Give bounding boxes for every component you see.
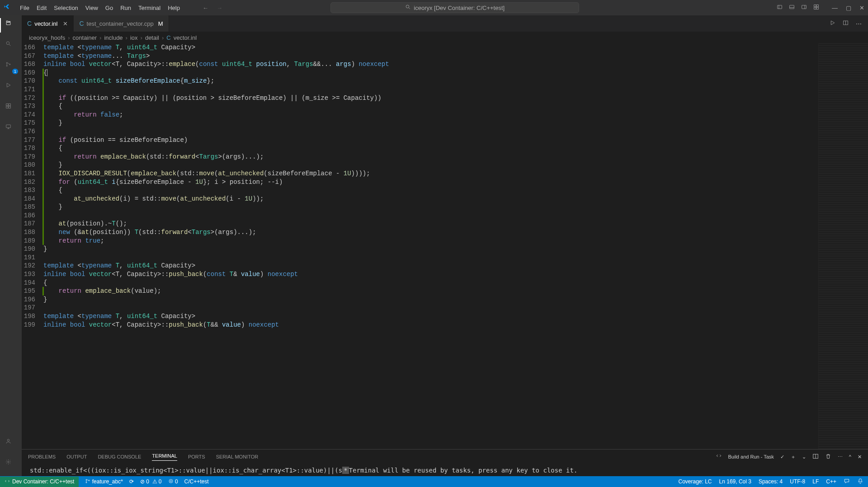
search-icon[interactable] bbox=[5, 41, 16, 52]
breadcrumb-segment[interactable]: detail bbox=[145, 34, 159, 41]
code-content[interactable]: at_unchecked(i) = std::move(at_unchecked… bbox=[43, 195, 818, 203]
panel-more-icon[interactable]: ⋯ bbox=[838, 454, 843, 460]
code-line[interactable]: 176 bbox=[22, 127, 818, 136]
layout-sidebar-right-icon[interactable] bbox=[801, 4, 807, 11]
close-panel-icon[interactable]: ✕ bbox=[858, 454, 862, 460]
code-content[interactable] bbox=[43, 253, 818, 262]
coverage-indicator[interactable]: Coverage: LC bbox=[678, 478, 712, 485]
sync-indicator[interactable]: ⟳ bbox=[129, 478, 134, 485]
panel-tab-output[interactable]: OUTPUT bbox=[66, 454, 87, 459]
remote-indicator[interactable]: Dev Container: C/C++test bbox=[0, 477, 79, 487]
code-line[interactable]: 190} bbox=[22, 245, 818, 253]
task-label[interactable]: Build and Run - Task bbox=[728, 454, 774, 459]
breadcrumbs[interactable]: iceoryx_hoofs›container›include›iox›deta… bbox=[22, 32, 868, 43]
lang-mode-indicator[interactable]: C/C++test bbox=[184, 478, 209, 485]
code-line[interactable]: 182 for (uint64_t i{sizeBeforeEmplace - … bbox=[22, 178, 818, 187]
code-line[interactable]: 192template <typename T, uint64_t Capaci… bbox=[22, 262, 818, 270]
menu-run[interactable]: Run bbox=[117, 3, 135, 13]
code-content[interactable]: return emplace_back(value); bbox=[43, 287, 818, 295]
code-line[interactable]: 168inline bool vector<T, Capacity>::empl… bbox=[22, 60, 818, 69]
task-filter-icon[interactable] bbox=[716, 453, 722, 460]
code-content[interactable]: for (uint64_t i{sizeBeforeEmplace - 1U};… bbox=[43, 178, 818, 187]
code-line[interactable]: 183 { bbox=[22, 186, 818, 195]
branch-indicator[interactable]: feature_abc* bbox=[85, 478, 123, 485]
panel-tab-debug-console[interactable]: DEBUG CONSOLE bbox=[98, 454, 141, 459]
explorer-icon[interactable] bbox=[5, 20, 16, 31]
menu-selection[interactable]: Selection bbox=[50, 3, 81, 13]
run-debug-icon[interactable] bbox=[5, 82, 16, 93]
minimap[interactable] bbox=[818, 43, 868, 449]
feedback-icon[interactable] bbox=[844, 478, 850, 486]
menu-terminal[interactable]: Terminal bbox=[135, 3, 164, 13]
settings-gear-icon[interactable] bbox=[5, 459, 16, 470]
code-content[interactable]: } bbox=[43, 119, 818, 127]
ports-indicator[interactable]: 0 bbox=[168, 478, 178, 485]
code-editor[interactable]: 166template <typename T, uint64_t Capaci… bbox=[22, 43, 818, 449]
code-content[interactable]: IOX_DISCARD_RESULT(emplace_back(std::mov… bbox=[43, 169, 818, 178]
code-content[interactable]: template <typename T, uint64_t Capacity> bbox=[43, 312, 818, 321]
code-content[interactable]: template <typename T, uint64_t Capacity> bbox=[43, 43, 818, 52]
code-content[interactable]: { bbox=[43, 69, 818, 77]
code-content[interactable]: } bbox=[43, 203, 818, 211]
panel-tab-problems[interactable]: PROBLEMS bbox=[28, 454, 56, 459]
code-line[interactable]: 172 if ((position >= Capacity) || (posit… bbox=[22, 94, 818, 103]
terminal-content[interactable]: std::enable_if<((iox::is_iox_string<T1>:… bbox=[22, 464, 868, 476]
notifications-icon[interactable] bbox=[857, 478, 863, 486]
window-minimize[interactable]: ― bbox=[832, 5, 838, 11]
code-line[interactable]: 171 bbox=[22, 85, 818, 94]
problems-indicator[interactable]: ⊘ 0 ⚠ 0 bbox=[140, 478, 162, 485]
code-content[interactable]: return emplace_back(std::forward<Targs>(… bbox=[43, 153, 818, 161]
breadcrumb-segment[interactable]: vector.inl bbox=[174, 34, 197, 41]
code-content[interactable]: } bbox=[43, 295, 818, 304]
accounts-icon[interactable] bbox=[5, 438, 16, 449]
code-content[interactable]: return true; bbox=[43, 237, 818, 245]
menu-help[interactable]: Help bbox=[164, 3, 184, 13]
code-content[interactable]: } bbox=[43, 161, 818, 169]
code-content[interactable]: inline bool vector<T, Capacity>::push_ba… bbox=[43, 270, 818, 279]
code-line[interactable]: 170 const uint64_t sizeBeforeEmplace{m_s… bbox=[22, 77, 818, 85]
tab-vector-inl[interactable]: Cvector.inl✕ bbox=[22, 15, 74, 32]
nav-back[interactable]: ← bbox=[203, 5, 208, 11]
kill-terminal-icon[interactable] bbox=[825, 453, 831, 460]
code-content[interactable] bbox=[43, 211, 818, 220]
command-center[interactable]: iceoryx [Dev Container: C/C++test] bbox=[330, 2, 579, 13]
code-line[interactable]: 193inline bool vector<T, Capacity>::push… bbox=[22, 270, 818, 279]
source-control-icon[interactable]: 1 bbox=[5, 61, 16, 72]
code-line[interactable]: 199inline bool vector<T, Capacity>::push… bbox=[22, 321, 818, 329]
code-line[interactable]: 181 IOX_DISCARD_RESULT(emplace_back(std:… bbox=[22, 169, 818, 178]
window-close[interactable]: ✕ bbox=[859, 5, 864, 11]
tab-test_container_vector-cpp[interactable]: Ctest_container_vector.cppM bbox=[74, 15, 169, 32]
code-content[interactable]: new (&at(position)) T(std::forward<Targs… bbox=[43, 228, 818, 237]
code-line[interactable]: 195 return emplace_back(value); bbox=[22, 287, 818, 295]
menu-edit[interactable]: Edit bbox=[33, 3, 50, 13]
panel-tab-serial-monitor[interactable]: SERIAL MONITOR bbox=[216, 454, 259, 459]
run-file-icon[interactable] bbox=[830, 20, 835, 27]
code-line[interactable]: 186 bbox=[22, 211, 818, 220]
eol-indicator[interactable]: LF bbox=[812, 478, 819, 485]
code-line[interactable]: 178 { bbox=[22, 144, 818, 153]
layout-sidebar-left-icon[interactable] bbox=[777, 4, 783, 11]
code-content[interactable]: template <typename... Targs> bbox=[43, 52, 818, 61]
code-line[interactable]: 189 return true; bbox=[22, 237, 818, 245]
code-content[interactable]: } bbox=[43, 245, 818, 253]
close-tab-icon[interactable]: ✕ bbox=[63, 20, 68, 27]
code-line[interactable]: 173 { bbox=[22, 102, 818, 111]
code-line[interactable]: 187 at(position).~T(); bbox=[22, 220, 818, 228]
code-content[interactable]: { bbox=[43, 144, 818, 153]
breadcrumb-segment[interactable]: iox bbox=[130, 34, 138, 41]
cursor-position[interactable]: Ln 169, Col 3 bbox=[719, 478, 751, 485]
code-content[interactable]: at(position).~T(); bbox=[43, 220, 818, 228]
code-content[interactable]: { bbox=[43, 102, 818, 111]
code-content[interactable]: if ((position >= Capacity) || (position … bbox=[43, 94, 818, 103]
nav-forward[interactable]: → bbox=[217, 5, 222, 11]
breadcrumb-segment[interactable]: iceoryx_hoofs bbox=[29, 34, 65, 41]
maximize-panel-icon[interactable]: ^ bbox=[849, 454, 851, 459]
code-line[interactable]: 175 } bbox=[22, 119, 818, 127]
menu-file[interactable]: File bbox=[16, 3, 33, 13]
code-line[interactable]: 166template <typename T, uint64_t Capaci… bbox=[22, 43, 818, 52]
code-line[interactable]: 167template <typename... Targs> bbox=[22, 52, 818, 61]
code-line[interactable]: 188 new (&at(position)) T(std::forward<T… bbox=[22, 228, 818, 237]
code-content[interactable]: return false; bbox=[43, 111, 818, 119]
code-content[interactable]: inline bool vector<T, Capacity>::emplace… bbox=[43, 60, 818, 69]
code-line[interactable]: 179 return emplace_back(std::forward<Tar… bbox=[22, 153, 818, 161]
